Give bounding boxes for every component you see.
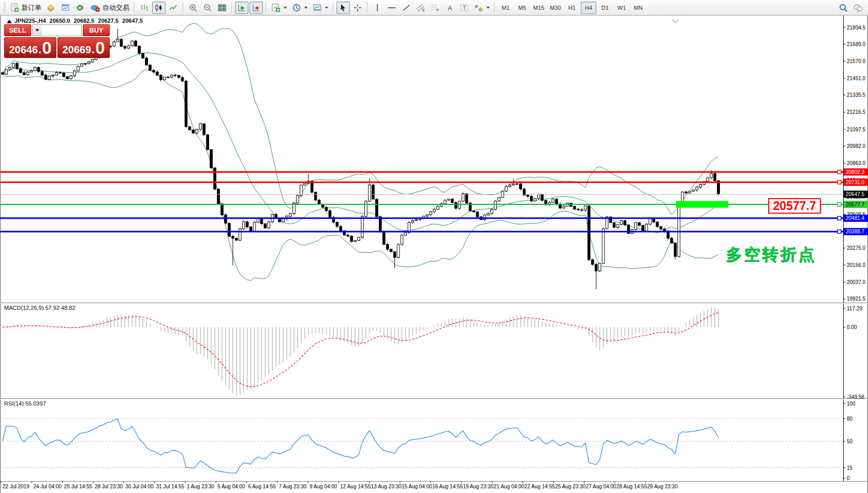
buy-price-panel[interactable]: 20669.0 bbox=[57, 37, 110, 58]
new-chart-button[interactable] bbox=[59, 2, 72, 14]
vertical-line-tool-button[interactable] bbox=[371, 2, 384, 14]
horizontal-line-icon bbox=[388, 4, 396, 11]
svg-text:-349.58: -349.58 bbox=[847, 394, 864, 400]
svg-text:20982.0: 20982.0 bbox=[847, 143, 866, 149]
svg-text:T: T bbox=[463, 5, 466, 11]
timeframe-H1[interactable]: H1 bbox=[564, 2, 580, 14]
toolbar-separator bbox=[367, 2, 368, 13]
svg-text:20156.0: 20156.0 bbox=[847, 262, 866, 268]
toolbar-grip[interactable] bbox=[4, 3, 6, 13]
timeframe-M15[interactable]: M15 bbox=[531, 2, 547, 14]
zoom-out-button[interactable] bbox=[201, 2, 214, 14]
search-button[interactable] bbox=[836, 2, 850, 14]
text-label-tool-button[interactable]: T bbox=[458, 2, 471, 14]
equidistant-channel-tool-button[interactable]: E bbox=[414, 2, 428, 14]
auto-scroll-button[interactable] bbox=[235, 2, 248, 14]
one-click-trading-panel: SELL BUY 20646.0 20669.0 bbox=[4, 24, 110, 58]
toolbar-separator bbox=[266, 2, 267, 13]
bar-chart-button[interactable] bbox=[138, 2, 151, 14]
sell-button[interactable]: SELL bbox=[4, 24, 31, 36]
timeframe-MN[interactable]: MN bbox=[630, 2, 646, 14]
time-axis: 22 Jul 201924 Jul 04:0025 Jul 14:5528 Ju… bbox=[1, 481, 678, 489]
line-chart-button[interactable] bbox=[167, 2, 180, 14]
svg-text:117.29: 117.29 bbox=[847, 306, 862, 311]
svg-text:21 Aug 04:00: 21 Aug 04:00 bbox=[494, 484, 524, 489]
timeframe-M1[interactable]: M1 bbox=[498, 2, 513, 14]
svg-text:9 Aug 04:00: 9 Aug 04:00 bbox=[310, 484, 337, 489]
svg-text:27 Aug 04:00: 27 Aug 04:00 bbox=[586, 484, 616, 489]
one-click-toggle-icon[interactable] bbox=[7, 20, 12, 23]
svg-text:20275.0: 20275.0 bbox=[847, 245, 866, 251]
svg-text:28 Aug 14:55: 28 Aug 14:55 bbox=[616, 484, 647, 489]
crosshair-tool-button[interactable] bbox=[351, 2, 364, 14]
equidistant-channel-icon: E bbox=[416, 4, 425, 12]
timeframe-W1[interactable]: W1 bbox=[614, 2, 629, 14]
chart-area[interactable]: 21804.521689.021570.021451.021335.521216… bbox=[0, 16, 868, 493]
svg-text:22 Aug 14:55: 22 Aug 14:55 bbox=[524, 484, 555, 489]
charts-list-button[interactable] bbox=[45, 2, 58, 14]
auto-scroll-icon bbox=[237, 3, 246, 12]
svg-text:20577.7: 20577.7 bbox=[846, 202, 865, 207]
new-order-button[interactable]: 新订单 bbox=[8, 2, 43, 14]
zoom-in-button[interactable] bbox=[186, 2, 200, 14]
svg-text:20628.5: 20628.5 bbox=[847, 194, 866, 200]
toolbar-separator bbox=[494, 2, 495, 13]
price-axis: 21804.521689.021570.021451.021335.521216… bbox=[843, 16, 868, 481]
chart-low: 20627.5 bbox=[98, 18, 119, 24]
templates-caret-icon bbox=[325, 7, 328, 9]
timeframe-group: M1M5M15M30H1H4D1W1MN bbox=[497, 2, 646, 14]
sell-price-frac: 0 bbox=[42, 39, 51, 56]
alerts-button[interactable] bbox=[73, 2, 87, 14]
volume-decrease-button[interactable] bbox=[33, 25, 42, 36]
chart-symbol: JPN225-,H4 bbox=[14, 18, 46, 24]
line-chart-icon bbox=[169, 3, 178, 12]
horizontal-line-tool-button[interactable] bbox=[385, 2, 399, 14]
chart-shift-marker[interactable] bbox=[672, 17, 679, 26]
auto-trading-button[interactable]: 自动交易 bbox=[88, 2, 131, 14]
bar-chart-icon bbox=[140, 3, 149, 12]
toolbar-separator bbox=[231, 2, 232, 13]
arrows-icon bbox=[474, 4, 483, 12]
toolbar-separator bbox=[333, 2, 334, 13]
svg-text:19 Aug 23:30: 19 Aug 23:30 bbox=[463, 484, 494, 489]
volume-input[interactable] bbox=[42, 25, 82, 36]
timeframe-D1[interactable]: D1 bbox=[597, 2, 613, 14]
periods-clock-icon bbox=[292, 3, 301, 12]
line-anchors bbox=[837, 170, 841, 233]
crosshair-icon bbox=[354, 4, 362, 12]
highlight-rectangle[interactable] bbox=[676, 201, 728, 208]
text-tool-button[interactable]: A bbox=[443, 2, 457, 14]
candlestick-chart-icon bbox=[154, 3, 164, 12]
svg-text:100: 100 bbox=[847, 401, 856, 407]
fibonacci-icon: F bbox=[431, 4, 440, 12]
svg-text:5 Aug 04:00: 5 Aug 04:00 bbox=[217, 484, 245, 489]
chart-shift-icon bbox=[252, 3, 261, 12]
templates-button[interactable] bbox=[311, 2, 330, 14]
indicators-button[interactable] bbox=[269, 2, 289, 14]
trendline-tool-button[interactable] bbox=[400, 2, 413, 14]
macd-panel: 117.290.00-349.58 bbox=[3, 306, 864, 400]
price-callout-box[interactable]: 20577.7 bbox=[768, 198, 821, 214]
timeframe-H4[interactable]: H4 bbox=[581, 2, 596, 14]
auto-trading-icon bbox=[90, 3, 100, 12]
chart-shift-button[interactable] bbox=[249, 2, 263, 14]
tile-windows-button[interactable] bbox=[215, 2, 229, 14]
periods-button[interactable] bbox=[290, 2, 310, 14]
mt4-window: 新订单 自动交易 bbox=[0, 0, 868, 493]
new-chart-icon bbox=[61, 3, 70, 12]
arrows-tool-button[interactable] bbox=[472, 2, 492, 14]
svg-text:13 Aug 23:30: 13 Aug 23:30 bbox=[371, 484, 402, 489]
buy-button[interactable]: BUY bbox=[83, 24, 110, 36]
sell-price-panel[interactable]: 20646.0 bbox=[4, 37, 56, 58]
annotation-text[interactable]: 多空转折点 bbox=[726, 244, 816, 265]
chat-button[interactable] bbox=[851, 2, 865, 14]
svg-text:1 Aug 23:30: 1 Aug 23:30 bbox=[187, 484, 215, 489]
timeframe-M5[interactable]: M5 bbox=[514, 2, 530, 14]
svg-text:20509.5: 20509.5 bbox=[847, 212, 866, 217]
cursor-tool-button[interactable] bbox=[336, 2, 350, 14]
candlestick-chart-button[interactable] bbox=[152, 2, 166, 14]
svg-text:50: 50 bbox=[847, 439, 853, 444]
timeframe-M30[interactable]: M30 bbox=[548, 2, 563, 14]
chart-title: JPN225-,H4 20650.0 20682.5 20627.5 20647… bbox=[14, 18, 145, 24]
fibonacci-tool-button[interactable]: F bbox=[429, 2, 442, 14]
